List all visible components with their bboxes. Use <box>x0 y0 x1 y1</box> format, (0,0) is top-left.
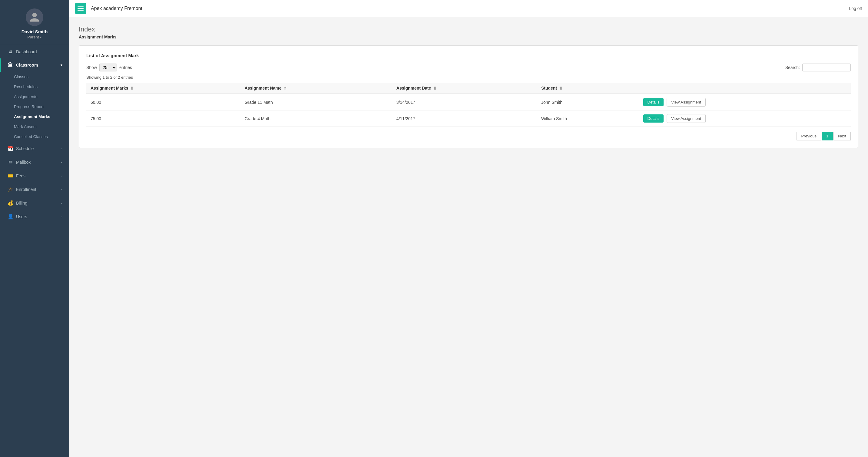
schedule-arrow-icon: ‹ <box>61 147 62 151</box>
logoff-button[interactable]: Log off <box>849 6 862 11</box>
table-row: 75.00 Grade 4 Math 4/11/2017 William Smi… <box>86 110 851 127</box>
showing-text: Showing 1 to 2 of 2 entries <box>86 75 851 79</box>
sidebar-item-dashboard[interactable]: 🖥 Dashboard <box>0 45 69 58</box>
billing-icon: 💰 <box>7 200 13 206</box>
col-date: Assignment Date ⇅ <box>392 83 537 94</box>
search-box: Search: <box>785 64 851 71</box>
cell-name-1: Grade 11 Math <box>240 94 392 110</box>
svg-rect-1 <box>78 8 84 9</box>
cell-student-2: William Smith <box>537 110 639 127</box>
col-marks: Assignment Marks ⇅ <box>86 83 240 94</box>
sidebar-sub-assignment-marks[interactable]: Assignment Marks <box>0 112 69 122</box>
content-area: Index Assignment Marks List of Assignmen… <box>69 17 868 457</box>
page-subtitle: Assignment Marks <box>79 34 858 39</box>
cell-date-2: 4/11/2017 <box>392 110 537 127</box>
sidebar-item-schedule[interactable]: 📅 Schedule ‹ <box>0 142 69 155</box>
cell-actions-2: Details View Assignment <box>639 110 851 127</box>
sidebar-sub-classes[interactable]: Classes <box>0 72 69 82</box>
classroom-icon: 🏛 <box>7 62 13 68</box>
show-entries-control: Show 25 10 50 100 entries <box>86 64 132 71</box>
sidebar-item-mailbox[interactable]: ✉ Mailbox ‹ <box>0 155 69 169</box>
table-row: 60.00 Grade 11 Math 3/14/2017 John Smith… <box>86 94 851 110</box>
sidebar-sub-mark-absent[interactable]: Mark Absent <box>0 122 69 132</box>
main: Apex academy Fremont Log off Index Assig… <box>69 0 868 457</box>
previous-button[interactable]: Previous <box>797 132 821 140</box>
svg-rect-2 <box>78 10 84 10</box>
search-input[interactable] <box>802 64 851 71</box>
topbar: Apex academy Fremont Log off <box>69 0 868 17</box>
details-button-1[interactable]: Details <box>643 98 664 106</box>
sidebar-role[interactable]: Parent <box>27 35 41 39</box>
sidebar-sub-reschedules[interactable]: Reschedules <box>0 82 69 92</box>
fees-arrow-icon: ‹ <box>61 174 62 178</box>
sidebar-item-billing[interactable]: 💰 Billing ‹ <box>0 196 69 210</box>
sidebar: David Smith Parent 🖥 Dashboard 🏛 Classro… <box>0 0 69 457</box>
assignment-marks-table: Assignment Marks ⇅ Assignment Name ⇅ Ass… <box>86 83 851 127</box>
assignment-marks-card: List of Assignment Mark Show 25 10 50 10… <box>79 45 858 148</box>
cell-student-1: John Smith <box>537 94 639 110</box>
sort-marks-icon[interactable]: ⇅ <box>130 86 133 91</box>
next-button[interactable]: Next <box>834 132 851 140</box>
sidebar-item-fees[interactable]: 💳 Fees ‹ <box>0 169 69 183</box>
show-label: Show <box>86 65 97 70</box>
classroom-arrow-icon: ▾ <box>61 63 62 67</box>
sort-student-icon[interactable]: ⇅ <box>559 86 562 91</box>
sidebar-sub-assignments[interactable]: Assignments <box>0 92 69 102</box>
sort-date-icon[interactable]: ⇅ <box>433 86 436 91</box>
table-controls: Show 25 10 50 100 entries Search: <box>86 64 851 71</box>
cell-date-1: 3/14/2017 <box>392 94 537 110</box>
page-1-button[interactable]: 1 <box>822 132 833 140</box>
mailbox-icon: ✉ <box>7 159 13 165</box>
mailbox-arrow-icon: ‹ <box>61 160 62 164</box>
table-header-row: Assignment Marks ⇅ Assignment Name ⇅ Ass… <box>86 83 851 94</box>
enrollment-arrow-icon: ‹ <box>61 188 62 191</box>
cell-actions-1: Details View Assignment <box>639 94 851 110</box>
schedule-icon: 📅 <box>7 145 13 151</box>
users-arrow-icon: ‹ <box>61 215 62 219</box>
sidebar-sub-progress-report[interactable]: Progress Report <box>0 102 69 112</box>
search-label: Search: <box>785 65 800 70</box>
sidebar-item-users[interactable]: 👤 Users ‹ <box>0 210 69 223</box>
details-button-2[interactable]: Details <box>643 115 664 123</box>
menu-toggle-button[interactable] <box>75 3 86 14</box>
enrollment-icon: 🎓 <box>7 187 13 192</box>
col-name: Assignment Name ⇅ <box>240 83 392 94</box>
col-actions <box>639 83 851 94</box>
users-icon: 👤 <box>7 214 13 220</box>
cell-marks-1: 60.00 <box>86 94 240 110</box>
billing-arrow-icon: ‹ <box>61 201 62 205</box>
entries-label: entries <box>119 65 132 70</box>
col-student: Student ⇅ <box>537 83 639 94</box>
fees-icon: 💳 <box>7 173 13 178</box>
dashboard-icon: 🖥 <box>7 49 13 55</box>
app-title: Apex academy Fremont <box>91 6 142 11</box>
sidebar-profile: David Smith Parent <box>0 0 69 45</box>
card-title: List of Assignment Mark <box>86 53 851 58</box>
view-assignment-button-1[interactable]: View Assignment <box>666 98 706 106</box>
avatar <box>26 8 43 26</box>
cell-name-2: Grade 4 Math <box>240 110 392 127</box>
sort-name-icon[interactable]: ⇅ <box>284 86 287 91</box>
pagination: Previous 1 Next <box>86 132 851 140</box>
entries-select[interactable]: 25 10 50 100 <box>99 64 117 71</box>
view-assignment-button-2[interactable]: View Assignment <box>666 114 706 123</box>
sidebar-sub-cancelled-classes[interactable]: Cancelled Classes <box>0 132 69 142</box>
sidebar-item-classroom[interactable]: 🏛 Classroom ▾ <box>0 58 69 72</box>
table-body: 60.00 Grade 11 Math 3/14/2017 John Smith… <box>86 94 851 127</box>
svg-rect-0 <box>78 6 84 7</box>
sidebar-item-enrollment[interactable]: 🎓 Enrollment ‹ <box>0 183 69 196</box>
cell-marks-2: 75.00 <box>86 110 240 127</box>
page-index-title: Index <box>79 25 858 33</box>
sidebar-username: David Smith <box>22 29 48 34</box>
